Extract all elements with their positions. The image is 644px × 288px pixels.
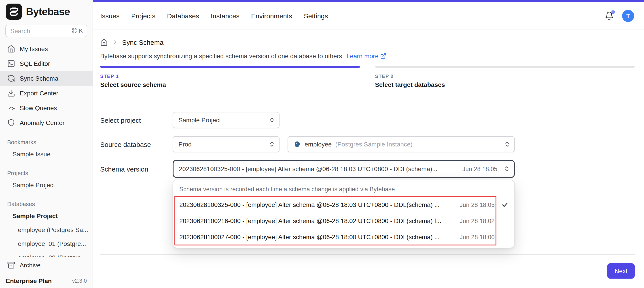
schema-version-option-3[interactable]: 20230628100027-000 - [employee] Alter sc… <box>173 229 514 245</box>
sidebar-item-archive[interactable]: Archive <box>0 257 92 273</box>
database-select[interactable]: employee (Postgres Sample Instance) <box>288 136 515 152</box>
select-chevrons-icon <box>504 141 510 147</box>
schema-version-select[interactable]: 20230628100325-000 - [employee] Alter sc… <box>173 160 515 178</box>
next-button[interactable]: Next <box>607 263 634 278</box>
turtle-icon <box>7 104 15 112</box>
schema-version-select-date: Jun 28 18:05 <box>462 166 497 172</box>
schema-version-option-2[interactable]: 20230628100216-000 - [employee] Alter sc… <box>173 213 514 229</box>
select-project-label: Select project <box>100 116 173 124</box>
sidebar-item-sync-schema[interactable]: Sync Schema <box>0 71 92 86</box>
sidebar: Bytebase ⌘ K My Issues SQL Editor <box>0 0 93 288</box>
select-chevrons-icon <box>504 166 510 172</box>
plan-label[interactable]: Enterprise Plan <box>6 277 52 284</box>
wizard-footer: Next <box>100 263 634 278</box>
database-instance-label: (Postgres Sample Instance) <box>335 141 498 148</box>
sidebar-item-label: SQL Editor <box>20 60 50 67</box>
nav-projects[interactable]: Projects <box>131 12 156 20</box>
search-box[interactable]: ⌘ K <box>5 24 87 37</box>
section-title-projects: Projects <box>0 168 92 178</box>
search-shortcut: ⌘ K <box>71 28 83 34</box>
option-date: Jun 28 18:00 <box>460 234 495 240</box>
search-input[interactable] <box>10 27 71 35</box>
check-icon <box>499 201 511 208</box>
environment-select[interactable]: Prod <box>173 136 280 152</box>
sidebar-item-label: Anomaly Center <box>20 119 64 126</box>
schema-version-row: Schema version 20230628100325-000 - [emp… <box>100 160 634 178</box>
sidebar-item-sample-issue[interactable]: Sample Issue <box>0 147 92 161</box>
step-1-progress-bar <box>100 66 360 68</box>
select-chevrons-icon <box>269 141 275 147</box>
sidebar-item-export-center[interactable]: Export Center <box>0 86 92 101</box>
sidebar-item-sample-project[interactable]: Sample Project <box>0 178 92 192</box>
sidebar-item-label: My Issues <box>20 46 48 53</box>
user-avatar[interactable]: T <box>622 10 634 22</box>
option-text: 20230628100325-000 - [employee] Alter sc… <box>179 201 454 208</box>
step-1-number: STEP 1 <box>100 73 360 79</box>
chevron-right-icon <box>112 39 118 45</box>
section-title-databases: Databases <box>0 199 92 209</box>
environment-select-value: Prod <box>178 141 266 148</box>
sidebar-item-label: Sync Schema <box>20 75 58 82</box>
step-2-progress-bar <box>375 66 634 68</box>
nav-instances[interactable]: Instances <box>211 12 240 20</box>
main-area: Issues Projects Databases Instances Envi… <box>93 0 644 288</box>
archive-label: Archive <box>20 261 40 268</box>
postgres-icon <box>294 140 301 148</box>
shield-icon <box>7 119 15 127</box>
sidebar-item-my-issues[interactable]: My Issues <box>0 42 92 56</box>
content-divider <box>100 254 634 255</box>
option-date: Jun 28 18:05 <box>460 201 495 208</box>
select-chevrons-icon <box>269 117 275 123</box>
sidebar-menu: My Issues SQL Editor Sync Schema Export … <box>0 42 92 130</box>
sql-editor-icon <box>7 60 15 68</box>
sidebar-item-sql-editor[interactable]: SQL Editor <box>0 56 92 71</box>
version-label: v2.3.0 <box>72 277 87 284</box>
learn-more-link[interactable]: Learn more <box>346 52 386 60</box>
bytebase-logo-icon <box>6 4 22 20</box>
nav-settings[interactable]: Settings <box>304 12 328 20</box>
project-select[interactable]: Sample Project <box>173 112 280 128</box>
section-title-bookmarks: Bookmarks <box>0 137 92 147</box>
notification-bell-icon[interactable] <box>605 11 614 20</box>
step-2-number: STEP 2 <box>375 73 634 79</box>
option-text: 20230628100216-000 - [employee] Alter sc… <box>179 217 454 224</box>
step-1-title: Select source schema <box>100 81 360 88</box>
select-project-row: Select project Sample Project <box>100 112 634 128</box>
sync-icon <box>7 75 15 83</box>
nav-issues[interactable]: Issues <box>100 12 120 20</box>
breadcrumb-home-icon[interactable] <box>100 38 108 46</box>
breadcrumb: Sync Schema <box>100 37 634 48</box>
schema-version-option-1[interactable]: 20230628100325-000 - [employee] Alter sc… <box>173 197 514 213</box>
step-1: STEP 1 Select source schema <box>100 66 360 88</box>
learn-more-label: Learn more <box>346 52 378 60</box>
sidebar-item-db-employee-01[interactable]: employee_01 (Postgre... <box>0 237 92 251</box>
bytebase-logo[interactable]: Bytebase <box>0 0 92 24</box>
sidebar-item-anomaly-center[interactable]: Anomaly Center <box>0 115 92 130</box>
source-database-row: Source database Prod employee (Postgres … <box>100 136 634 152</box>
sidebar-item-label: Slow Queries <box>20 105 57 112</box>
brand-name: Bytebase <box>26 6 70 18</box>
nav-databases[interactable]: Databases <box>167 12 199 20</box>
database-select-value: employee <box>304 141 332 148</box>
schema-version-select-value: 20230628100325-000 - [employee] Alter sc… <box>179 165 457 173</box>
step-2-title: Select target databases <box>375 81 634 88</box>
external-link-icon <box>380 53 386 59</box>
archive-icon <box>7 261 15 269</box>
sync-schema-page: Sync Schema Bytebase supports synchroniz… <box>93 30 644 288</box>
bytebase-app: Bytebase ⌘ K My Issues SQL Editor <box>0 0 644 288</box>
nav-environments[interactable]: Environments <box>251 12 292 20</box>
sidebar-item-db-sample-project[interactable]: Sample Project <box>0 209 92 223</box>
dropdown-hint: Schema version is recorded each time a s… <box>173 180 514 197</box>
option-date: Jun 28 18:02 <box>460 217 495 224</box>
sidebar-item-slow-queries[interactable]: Slow Queries <box>0 101 92 115</box>
schema-version-dropdown-panel: Schema version is recorded each time a s… <box>173 180 515 248</box>
top-navigation: Issues Projects Databases Instances Envi… <box>93 0 644 30</box>
sidebar-item-db-employee[interactable]: employee (Postgres Sa... <box>0 223 92 237</box>
download-icon <box>7 89 15 97</box>
step-2: STEP 2 Select target databases <box>375 66 634 88</box>
top-progress-bar <box>93 0 644 2</box>
page-description: Bytebase supports synchronizing a specif… <box>100 52 634 60</box>
sidebar-item-db-employee-02[interactable]: employee_02 (Postgre <box>0 251 92 257</box>
schema-version-label: Schema version <box>100 165 173 173</box>
description-text: Bytebase supports synchronizing a specif… <box>100 52 344 60</box>
